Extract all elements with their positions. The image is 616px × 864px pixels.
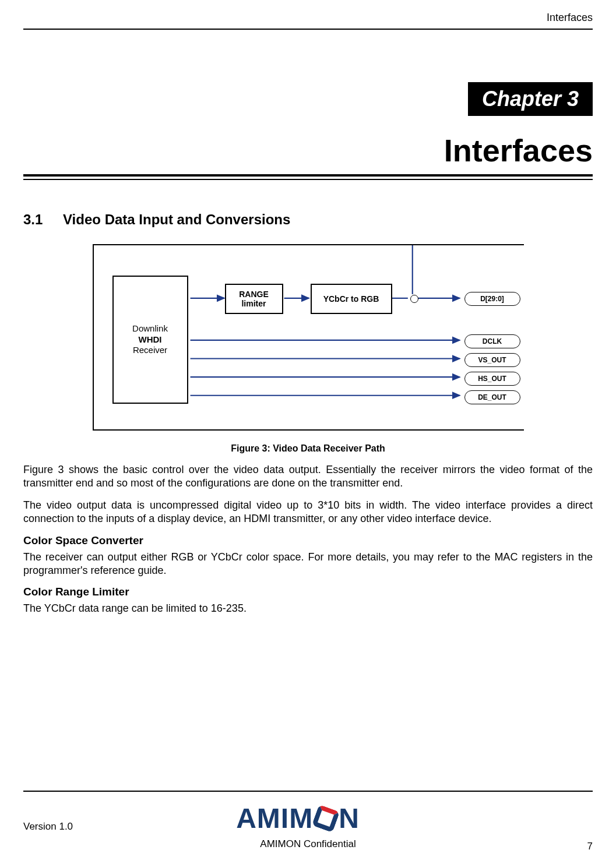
amimon-logo: AMIM N <box>236 805 360 833</box>
signal-de-out: DE_OUT <box>464 390 520 404</box>
ycbcr-to-rgb-block: YCbCr to RGB <box>311 284 392 314</box>
paragraph-2: The video output data is uncompressed di… <box>23 499 593 526</box>
subheading-color-range: Color Range Limiter <box>23 586 593 598</box>
section-heading: 3.1 Video Data Input and Conversions <box>23 211 593 228</box>
color-range-text: The YCbCr data range can be limited to 1… <box>23 602 593 615</box>
chapter-title: Interfaces <box>23 132 593 168</box>
rx-line1: Downlink <box>132 323 168 334</box>
chapter-banner: Chapter 3 <box>468 82 593 116</box>
signal-vs-out: VS_OUT <box>464 353 520 367</box>
page-footer: Version 1.0 AMIM N AMIMON Confidential 7 <box>23 791 593 850</box>
logo-o-icon <box>312 805 340 833</box>
signal-d: D[29:0] <box>464 292 520 306</box>
section-number: 3.1 <box>23 211 43 228</box>
color-space-text: The receiver can output either RGB or YC… <box>23 551 593 578</box>
header-divider <box>23 29 593 30</box>
page-number: 7 <box>587 841 593 852</box>
figure-caption: Figure 3: Video Data Receiver Path <box>23 443 593 454</box>
paragraph-1: Figure 3 shows the basic control over th… <box>23 463 593 491</box>
version-label: Version 1.0 <box>23 821 73 833</box>
section-title: Video Data Input and Conversions <box>63 211 290 227</box>
title-double-rule <box>23 174 593 180</box>
logo-text-post: N <box>339 805 360 833</box>
rx-line3: Receiver <box>133 345 167 356</box>
confidential-label: AMIMON Confidential <box>23 838 593 850</box>
ycbcr-label: YCbCr to RGB <box>323 294 379 304</box>
signal-hs-out: HS_OUT <box>464 372 520 386</box>
signal-dclk: DCLK <box>464 334 520 348</box>
rx-line2: WHDI <box>139 334 162 345</box>
range-line1: RANGE <box>239 290 269 299</box>
header-section-label: Interfaces <box>23 0 593 29</box>
subheading-color-space: Color Space Converter <box>23 534 593 547</box>
downlink-receiver-block: Downlink WHDI Receiver <box>112 276 188 404</box>
junction-node <box>410 295 418 303</box>
logo-text-pre: AMIM <box>236 805 313 833</box>
figure-3-diagram: Downlink WHDI Receiver RANGE limiter YCb… <box>93 244 524 431</box>
range-line2: limiter <box>241 299 266 308</box>
footer-divider <box>23 791 593 792</box>
range-limiter-block: RANGE limiter <box>225 284 283 314</box>
